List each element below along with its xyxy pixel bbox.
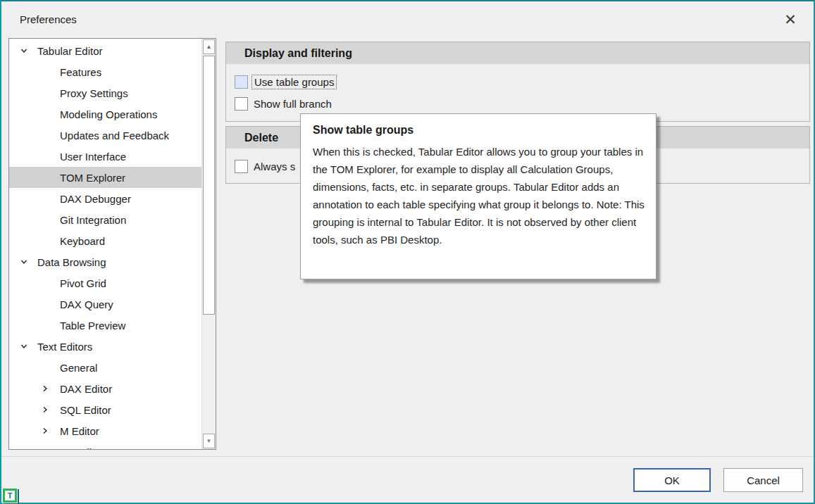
sidebar-item-sql-editor[interactable]: SQL Editor xyxy=(9,399,201,420)
sidebar-item-proxy-settings[interactable]: Proxy Settings xyxy=(9,82,201,103)
tooltip-title: Show table groups xyxy=(313,124,645,137)
checkbox-row-use-table-groups[interactable]: Use table groups xyxy=(235,75,337,89)
sidebar-item-label: General xyxy=(60,362,97,374)
scroll-down-icon: ▼ xyxy=(206,438,212,444)
checkbox-row-show-full-branch[interactable]: Show full branch xyxy=(235,97,334,111)
scroll-up-button[interactable]: ▲ xyxy=(203,39,215,54)
group-header: Display and filtering xyxy=(226,42,809,64)
chevron-right-icon[interactable] xyxy=(41,405,49,414)
checkbox-label-always-s: Always s xyxy=(251,160,297,173)
sidebar-item-label: TOM Explorer xyxy=(60,172,125,184)
sidebar-item-label: DAX Editor xyxy=(60,383,112,395)
tooltip: Show table groups When this is checked, … xyxy=(300,113,657,279)
scroll-up-icon: ▲ xyxy=(206,44,212,50)
ok-button[interactable]: OK xyxy=(633,468,711,492)
chevron-down-icon[interactable] xyxy=(20,46,28,55)
checkbox-row-always-s[interactable]: Always s xyxy=(235,160,297,173)
chevron-right-icon[interactable] xyxy=(41,384,49,393)
sidebar-tree: Tabular EditorFeaturesProxy SettingsMode… xyxy=(9,40,201,450)
close-icon: ✕ xyxy=(784,12,797,27)
sidebar-item-label: SQL Editor xyxy=(60,404,111,416)
sidebar-item-label: Data Browsing xyxy=(37,256,106,268)
sidebar-item-features[interactable]: Features xyxy=(9,61,201,82)
checkbox-label-show-full-branch: Show full branch xyxy=(251,97,334,111)
sidebar-item-updates-and-feedback[interactable]: Updates and Feedback xyxy=(9,125,201,146)
footer-divider xyxy=(1,456,814,457)
sidebar-item-general[interactable]: General xyxy=(9,357,201,378)
sidebar-item-dax-debugger[interactable]: DAX Debugger xyxy=(9,188,201,209)
sidebar-item-dax-query[interactable]: DAX Query xyxy=(9,294,201,315)
sidebar-item-tom-explorer[interactable]: TOM Explorer xyxy=(9,167,201,188)
checkbox-label-use-table-groups: Use table groups xyxy=(251,75,337,89)
sidebar-item-label: Table Preview xyxy=(60,320,125,332)
sidebar-item-m-editor[interactable]: M Editor xyxy=(9,420,201,441)
sidebar-item-user-interface[interactable]: User Interface xyxy=(9,146,201,167)
sidebar-item-git-integration[interactable]: Git Integration xyxy=(9,209,201,230)
sidebar-item-data-browsing[interactable]: Data Browsing xyxy=(9,251,201,272)
sidebar-item-label: Proxy Settings xyxy=(60,87,128,99)
sidebar-item-dax-editor[interactable]: DAX Editor xyxy=(9,378,201,399)
scroll-thumb[interactable] xyxy=(203,56,215,315)
app-logo-letter: T xyxy=(5,491,15,500)
group-display-and-filtering: Display and filtering Use table groups S… xyxy=(225,42,810,122)
sidebar-item-label: Text Editors xyxy=(37,341,92,353)
sidebar-item-label: Pivot Grid xyxy=(60,277,106,289)
scroll-down-button[interactable]: ▼ xyxy=(203,434,215,448)
sidebar-item-c-editor[interactable]: C# Editor xyxy=(9,441,201,450)
sidebar-item-keyboard[interactable]: Keyboard xyxy=(9,230,201,251)
sidebar-item-tabular-editor[interactable]: Tabular Editor xyxy=(9,40,201,61)
app-logo-icon: T xyxy=(2,488,18,503)
chevron-down-icon[interactable] xyxy=(20,258,28,266)
sidebar-item-label: Git Integration xyxy=(60,214,126,226)
sidebar-item-label: Updates and Feedback xyxy=(60,130,169,141)
sidebar-item-label: DAX Query xyxy=(60,298,113,310)
titlebar: Preferences ✕ xyxy=(1,1,814,37)
chevron-down-icon[interactable] xyxy=(20,342,28,351)
sidebar-item-label: Keyboard xyxy=(60,235,105,247)
sidebar-item-pivot-grid[interactable]: Pivot Grid xyxy=(9,272,201,294)
checkbox-show-full-branch[interactable] xyxy=(235,97,248,111)
sidebar-item-label: User Interface xyxy=(60,151,126,163)
chevron-right-icon[interactable] xyxy=(41,448,49,450)
sidebar-item-label: Tabular Editor xyxy=(37,45,103,57)
sidebar-item-label: C# Editor xyxy=(60,446,104,451)
sidebar-item-modeling-operations[interactable]: Modeling Operations xyxy=(9,103,201,125)
sidebar-item-label: M Editor xyxy=(60,425,99,437)
sidebar-item-text-editors[interactable]: Text Editors xyxy=(9,336,201,357)
close-button[interactable]: ✕ xyxy=(776,6,804,32)
tree-scrollbar[interactable]: ▲ ▼ xyxy=(201,39,216,449)
sidebar-item-label: Modeling Operations xyxy=(60,108,157,120)
sidebar-item-table-preview[interactable]: Table Preview xyxy=(9,315,201,336)
preferences-dialog: Preferences ✕ Tabular EditorFeaturesProx… xyxy=(0,0,815,504)
page-title: Preferences xyxy=(20,13,77,25)
checkbox-use-table-groups[interactable] xyxy=(235,75,248,89)
sidebar-item-label: Features xyxy=(60,66,101,78)
checkbox-always-s[interactable] xyxy=(235,160,248,173)
sidebar-item-label: DAX Debugger xyxy=(60,193,131,205)
chevron-right-icon[interactable] xyxy=(41,427,49,435)
cancel-button[interactable]: Cancel xyxy=(723,468,803,492)
settings-tree-panel: Tabular EditorFeaturesProxy SettingsMode… xyxy=(8,38,216,450)
tooltip-body: When this is checked, Tabular Editor all… xyxy=(313,143,645,248)
